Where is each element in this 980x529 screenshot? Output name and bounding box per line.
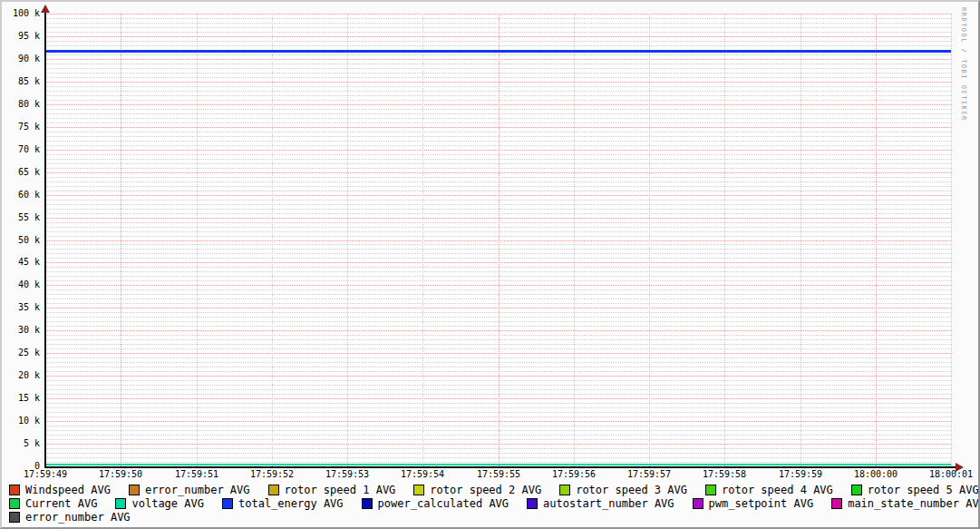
x-tick-label: 17:59:53 [306, 469, 388, 480]
x-tick-label: 17:59:52 [231, 469, 313, 480]
legend-label: Current AVG [25, 497, 97, 510]
x-tick-label: 17:59:55 [458, 469, 539, 480]
legend-row: Current AVGvoltage AVGtotal_energy AVGpo… [9, 496, 980, 510]
legend-swatch-rotor-speed-1-avg [268, 485, 279, 495]
legend-item-pwm-setpoint-avg: pwm_setpoint AVG [693, 497, 814, 510]
legend-label: rotor speed 2 AVG [430, 484, 541, 496]
legend-label: autostart_number AVG [543, 497, 674, 510]
v-gridline-minor [724, 14, 725, 466]
legend-item-error-number-avg: error_number AVG [129, 484, 250, 496]
y-tick-label: 90 k [2, 54, 40, 64]
legend-label: rotor speed 1 AVG [285, 484, 396, 496]
legend-label: power_calculated AVG [378, 497, 509, 510]
legend-swatch-main-state-number-avg [831, 498, 842, 509]
legend-label: error_number AVG [25, 511, 131, 524]
legend-label: voltage AVG [131, 497, 203, 510]
legend-item-autostart-number-avg: autostart_number AVG [527, 497, 674, 510]
legend-label: pwm_setpoint AVG [709, 497, 814, 510]
v-gridline-major [499, 14, 500, 466]
legend-item-rotor-speed-1-avg: rotor speed 1 AVG [268, 484, 396, 496]
x-tick-label: 17:59:57 [608, 469, 690, 480]
y-tick-label: 80 k [2, 99, 40, 110]
legend-item-rotor-speed-5-avg: rotor speed 5 AVG [851, 484, 979, 496]
v-gridline-minor [649, 14, 650, 466]
legend-swatch-voltage-avg [115, 498, 126, 509]
legend-item-total-energy-avg: total_energy AVG [222, 497, 344, 510]
x-tick-label: 17:59:56 [533, 469, 615, 480]
y-tick-label: 70 k [2, 144, 40, 155]
v-gridline-minor [422, 14, 423, 466]
x-tick-label: 17:59:50 [80, 469, 161, 480]
v-gridline-minor [951, 14, 952, 466]
x-tick-label: 18:00:01 [910, 469, 980, 480]
legend-label: rotor speed 4 AVG [722, 484, 833, 496]
y-tick-label: 20 k [2, 370, 40, 381]
y-axis-arrow-icon [41, 5, 50, 13]
legend-label: total_energy AVG [238, 497, 344, 510]
y-tick-label: 95 k [2, 31, 40, 42]
y-tick-label: 60 k [2, 190, 40, 201]
legend-row: error_number AVG [9, 510, 980, 524]
y-tick-label: 65 k [2, 167, 40, 178]
y-axis-line [44, 9, 46, 468]
y-tick-label: 55 k [2, 212, 40, 223]
v-gridline-minor [197, 14, 198, 466]
v-gridline-major [876, 14, 877, 466]
rrdtool-graph: 05 k10 k15 k20 k25 k30 k35 k40 k45 k50 k… [0, 0, 980, 529]
legend-label: main_state_number AVG [848, 497, 980, 510]
legend-item-rotor-speed-3-avg: rotor speed 3 AVG [559, 484, 687, 496]
watermark: RRDTOOL / TOBI OETIKER [960, 7, 967, 122]
x-tick-label: 17:59:58 [684, 469, 765, 480]
legend-item-main-state-number-avg: main_state_number AVG [831, 497, 980, 510]
legend-swatch-rotor-speed-2-avg [413, 485, 424, 495]
series-line-voltage-avg [45, 464, 951, 465]
legend-swatch-autostart-number-avg [527, 498, 538, 509]
legend-swatch-current-avg [9, 498, 20, 509]
x-tick-label: 18:00:00 [835, 469, 917, 480]
y-tick-label: 5 k [2, 438, 40, 449]
legend-swatch-rotor-speed-3-avg [559, 485, 570, 495]
y-tick-label: 50 k [2, 235, 40, 246]
legend-item-voltage-avg: voltage AVG [115, 497, 203, 510]
legend-swatch-error-number-avg [9, 512, 20, 523]
y-tick-label: 45 k [2, 257, 40, 268]
plot-area [45, 14, 951, 466]
legend: Windspeed AVGerror_number AVGrotor speed… [9, 483, 980, 524]
v-gridline-major [121, 14, 121, 466]
legend-item-error-number-avg: error_number AVG [9, 511, 131, 524]
v-gridline-minor [272, 14, 273, 466]
legend-swatch-rotor-speed-4-avg [705, 485, 716, 495]
legend-swatch-rotor-speed-5-avg [851, 485, 862, 495]
y-tick-label: 35 k [2, 302, 40, 313]
series-line-total-energy-avg [45, 50, 951, 53]
y-tick-label: 75 k [2, 122, 40, 132]
v-gridline-minor [347, 14, 348, 466]
x-tick-label: 17:59:49 [5, 469, 86, 480]
legend-label: rotor speed 5 AVG [868, 484, 979, 496]
legend-swatch-power-calculated-avg [362, 498, 373, 509]
legend-label: Windspeed AVG [25, 484, 111, 496]
y-tick-label: 15 k [2, 393, 40, 404]
legend-item-windspeed-avg: Windspeed AVG [9, 484, 111, 496]
legend-swatch-total-energy-avg [222, 498, 233, 509]
legend-label: rotor speed 3 AVG [576, 484, 687, 496]
y-tick-label: 25 k [2, 348, 40, 358]
legend-swatch-windspeed-avg [9, 485, 20, 495]
x-tick-label: 17:59:51 [156, 469, 238, 480]
x-tick-label: 17:59:54 [382, 469, 463, 480]
y-tick-label: 10 k [2, 416, 40, 426]
legend-row: Windspeed AVGerror_number AVGrotor speed… [9, 483, 980, 496]
v-gridline-minor [574, 14, 575, 466]
x-tick-label: 17:59:59 [760, 469, 841, 480]
legend-label: error_number AVG [145, 484, 250, 496]
legend-swatch-error-number-avg [129, 485, 140, 495]
legend-swatch-pwm-setpoint-avg [693, 498, 703, 509]
x-axis-line [45, 466, 956, 468]
v-gridline-minor [800, 14, 801, 466]
y-tick-label: 100 k [2, 8, 40, 19]
legend-item-rotor-speed-2-avg: rotor speed 2 AVG [413, 484, 541, 496]
y-tick-label: 30 k [2, 325, 40, 336]
y-tick-label: 40 k [2, 279, 40, 290]
legend-item-current-avg: Current AVG [9, 497, 97, 510]
legend-item-power-calculated-avg: power_calculated AVG [362, 497, 509, 510]
